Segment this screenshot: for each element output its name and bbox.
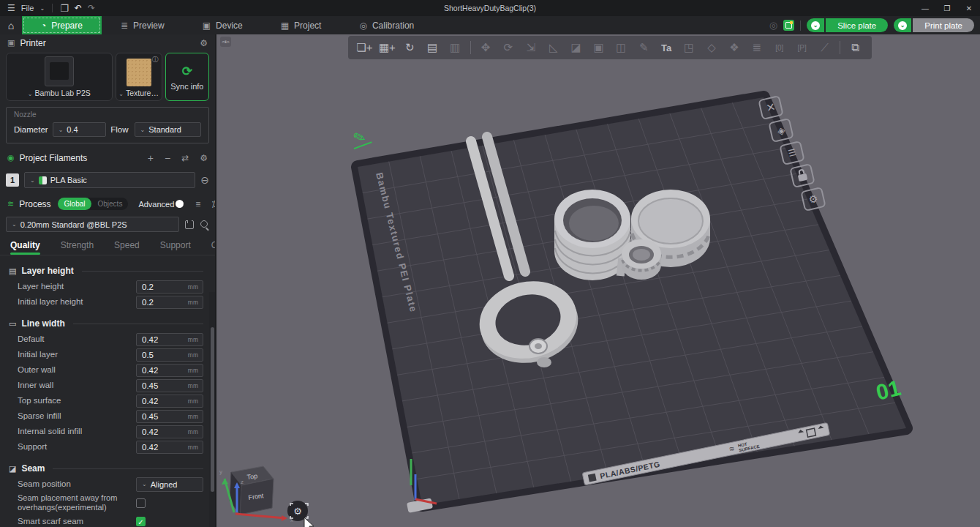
tab-project[interactable]: ▦ Project — [262, 16, 341, 34]
undo-icon[interactable]: ↶ — [75, 3, 82, 13]
process-preset-select[interactable]: ⌄ 0.20mm Standard @BBL P2S — [6, 217, 179, 232]
info-icon[interactable]: ⓘ — [152, 55, 159, 64]
file-menu-chevron-icon[interactable]: ⌄ — [40, 5, 45, 12]
sequence-0-icon[interactable]: [0] — [769, 37, 790, 58]
assembly-icon[interactable]: ⧉ — [845, 37, 866, 58]
ams-sync-icon[interactable]: ⇄ — [181, 153, 189, 163]
model-knurled-nut[interactable] — [622, 239, 661, 280]
line-width-default-input[interactable]: 0.42mm — [136, 333, 203, 346]
main-tab-bar: ⌂ ◔ Prepare ≣ Preview ▣ Device ▦ Project… — [0, 16, 980, 34]
tab-quality[interactable]: Quality — [10, 238, 40, 255]
param-row: Inner wall 0.45mm — [9, 378, 203, 393]
redo-icon[interactable]: ↷ — [88, 3, 95, 13]
search-icon[interactable] — [200, 220, 209, 229]
preset-list-icon[interactable]: ≡ — [195, 199, 200, 209]
viewport-3d[interactable]: ◅▻ ❏+ ▦+ ↻ ▤ ▥ ✥ ⟳ ⇲ ◺ ◪ ▣ ◫ ✎ Ta ◳ ◇ ❖ … — [218, 34, 980, 527]
print-options-button[interactable]: ⌄ — [894, 18, 911, 32]
tab-device[interactable]: ▣ Device — [184, 16, 262, 34]
printer-section-header: ▣ Printer ⚙ — [0, 34, 215, 51]
mesh-edit-icon[interactable]: ◇ — [701, 37, 723, 58]
svg-tool-icon[interactable]: ◳ — [679, 37, 700, 58]
new-project-icon[interactable]: ❐ — [60, 3, 69, 14]
tab-speed[interactable]: Speed — [114, 238, 140, 255]
line-width-support-input[interactable]: 0.42mm — [136, 441, 203, 454]
toolbar-separator — [840, 41, 840, 54]
remove-filament-circle-icon[interactable]: ⊖ — [200, 174, 209, 186]
maximize-button[interactable]: ❐ — [936, 0, 958, 16]
param-row: Internal solid infill 0.42mm — [9, 424, 203, 439]
support-paint-icon[interactable]: ❖ — [723, 37, 745, 58]
printer-model-card[interactable]: ⌄Bambu Lab P2S — [6, 53, 113, 101]
line-width-inner-wall-input[interactable]: 0.45mm — [136, 379, 203, 392]
model-threaded-ring[interactable] — [554, 190, 630, 280]
sidebar-collapse-icon[interactable]: ◅▻ — [220, 37, 231, 47]
scene-canvas[interactable]: Bambu Textured PEI Plate ✎ — [218, 34, 980, 527]
line-width-top-surface-input[interactable]: 0.42mm — [136, 395, 203, 408]
tab-preview[interactable]: ≣ Preview — [102, 16, 184, 34]
sync-info-button[interactable]: ⟳ Sync info — [165, 53, 209, 101]
slice-plate-group: ⌄ Slice plate — [807, 18, 888, 32]
chevron-down-icon: ⌄ — [30, 177, 35, 184]
calibration-target-icon[interactable]: ◎ — [769, 20, 777, 31]
split-to-parts-icon[interactable]: ◫ — [611, 37, 632, 58]
tab-others[interactable]: Others — [211, 238, 216, 255]
window-title: ShortHeavyDutyBagClip(3) — [0, 4, 980, 12]
line-width-initial-layer-input[interactable]: 0.5mm — [136, 348, 203, 362]
file-menu[interactable]: File — [21, 4, 34, 12]
home-button[interactable]: ⌂ — [0, 20, 22, 31]
filament-select[interactable]: ⌄ PLA Basic — [24, 172, 195, 188]
save-preset-icon[interactable] — [185, 220, 194, 229]
sidebar-scrollbar-thumb[interactable] — [211, 327, 214, 492]
layer-height-input[interactable]: 0.2 mm — [136, 280, 203, 294]
move-icon[interactable]: ✥ — [475, 37, 497, 58]
print-plate-button[interactable]: Print plate — [913, 18, 974, 32]
sequence-p-icon[interactable]: [P] — [791, 37, 813, 58]
tab-strength[interactable]: Strength — [61, 238, 94, 255]
remove-filament-icon[interactable]: − — [165, 152, 170, 164]
initial-layer-height-input[interactable]: 0.2 mm — [136, 296, 203, 309]
lay-on-face-icon[interactable]: ◺ — [543, 37, 564, 58]
color-paint-icon[interactable]: ✎ — [633, 37, 655, 58]
slice-plate-button[interactable]: Slice plate — [826, 18, 888, 32]
hamburger-menu-icon[interactable]: ☰ — [7, 3, 15, 13]
add-plate-icon[interactable]: ▦+ — [377, 37, 398, 58]
close-button[interactable]: ✕ — [958, 0, 980, 16]
cut-icon[interactable]: ◪ — [565, 37, 587, 58]
seam-position-select[interactable]: ⌄ Aligned — [136, 477, 203, 492]
rotate-icon[interactable]: ⟳ — [497, 37, 519, 58]
smart-scarf-seam-checkbox[interactable] — [136, 517, 146, 526]
param-row: Sparse infill 0.45mm — [9, 408, 203, 424]
nozzle-flow-select[interactable]: ⌄ Standard — [135, 122, 201, 137]
line-width-outer-wall-input[interactable]: 0.42mm — [136, 364, 203, 377]
nav-cube[interactable]: Top Front y z x — [219, 466, 293, 523]
scale-icon[interactable]: ⇲ — [520, 37, 541, 58]
scope-objects-pill[interactable]: Objects — [91, 200, 128, 208]
text-tool-icon[interactable]: Ta — [656, 37, 677, 58]
add-object-icon[interactable]: ❏+ — [354, 37, 375, 58]
seam-overhang-checkbox[interactable] — [136, 498, 146, 508]
tab-prepare[interactable]: ◔ Prepare — [22, 16, 102, 34]
plate-type-card[interactable]: ⓘ ⌄Texture… — [116, 53, 162, 101]
line-width-internal-solid-infill-input[interactable]: 0.42mm — [136, 425, 203, 438]
arrange-icon[interactable]: ▤ — [422, 37, 443, 58]
slice-options-button[interactable]: ⌄ — [807, 18, 824, 32]
chevron-down-icon: ⌄ — [811, 21, 820, 30]
plate-layout-icon[interactable] — [783, 20, 794, 31]
measure-icon[interactable]: ⟋ — [814, 37, 835, 58]
split-to-objects-icon[interactable]: ▣ — [588, 37, 609, 58]
add-filament-icon[interactable]: + — [148, 152, 154, 164]
filament-name: PLA Basic — [50, 176, 87, 184]
printer-settings-gear-icon[interactable]: ⚙ — [200, 38, 208, 48]
variable-layer-height-icon[interactable]: ≣ — [746, 37, 767, 58]
tab-support[interactable]: Support — [160, 238, 191, 255]
compare-presets-icon[interactable]: ⁒ — [211, 199, 215, 209]
tab-calibration[interactable]: ◎ Calibration — [340, 16, 433, 34]
scope-global-pill[interactable]: Global — [58, 198, 92, 210]
auto-orient-icon[interactable]: ↻ — [399, 37, 421, 58]
split-layout-icon[interactable]: ▥ — [445, 37, 466, 58]
line-width-sparse-infill-input[interactable]: 0.45mm — [136, 410, 203, 423]
nozzle-diameter-select[interactable]: ⌄ 0.4 — [53, 122, 107, 137]
minimize-button[interactable]: — — [914, 0, 936, 16]
edit-plate-name-icon[interactable]: ✎ — [348, 127, 372, 149]
filament-settings-gear-icon[interactable]: ⚙ — [200, 153, 208, 163]
